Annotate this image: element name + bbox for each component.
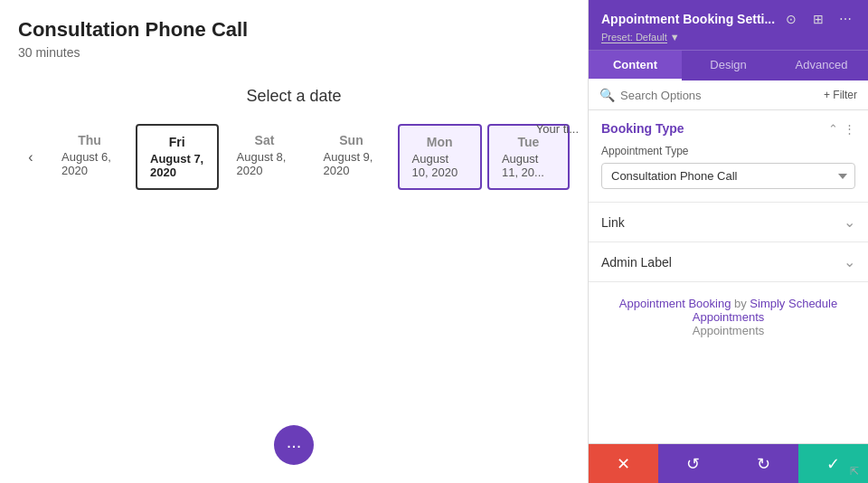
resize-handle[interactable]: ⇱: [850, 465, 863, 478]
section-more-icon[interactable]: ⋮: [844, 122, 855, 136]
right-panel: Appointment Booking Setti... ⊙ ⊞ ⋯ Prese…: [588, 0, 868, 483]
preset-label: Preset: Default: [601, 32, 667, 43]
delete-icon: ✕: [617, 454, 630, 474]
tab-design[interactable]: Design: [682, 51, 775, 80]
prev-arrow[interactable]: ‹: [18, 145, 43, 170]
save-icon: ✓: [826, 454, 840, 474]
link-section-header[interactable]: Link ⌄: [589, 203, 868, 242]
link-section: Link ⌄: [589, 203, 868, 242]
booking-type-section: Booking Type ⌃ ⋮ Appointment Type Consul…: [589, 110, 868, 203]
section-icons: ⌃ ⋮: [828, 122, 855, 136]
chat-icon: ···: [287, 435, 302, 456]
day-tue-name: Tue: [518, 135, 540, 149]
grid-icon[interactable]: ⊞: [808, 9, 828, 29]
footer-appointments: Appointments: [693, 324, 765, 337]
admin-label-section: Admin Label ⌄: [589, 242, 868, 282]
preset-line[interactable]: Preset: Default ▼: [601, 32, 855, 50]
search-icon: 🔍: [599, 88, 615, 102]
admin-label-header[interactable]: Admin Label ⌄: [589, 242, 868, 281]
day-mon-date: August 10, 2020: [412, 152, 467, 179]
panel-header-top: Appointment Booking Setti... ⊙ ⊞ ⋯: [601, 9, 855, 29]
appointment-duration: 30 minutes: [18, 45, 570, 60]
footer-attribution: Appointment Booking by Simply Schedule A…: [589, 282, 868, 352]
collapse-icon[interactable]: ⌃: [828, 122, 838, 136]
focus-icon[interactable]: ⊙: [781, 9, 801, 29]
day-columns: Thu August 6, 2020 Fri August 7, 2020 Sa…: [49, 124, 570, 190]
day-sun[interactable]: Sun August 9, 2020: [311, 124, 392, 190]
delete-button[interactable]: ✕: [589, 444, 658, 483]
appointment-booking-link[interactable]: Appointment Booking: [619, 297, 731, 310]
day-thu[interactable]: Thu August 6, 2020: [49, 124, 130, 190]
day-sat[interactable]: Sat August 8, 2020: [224, 124, 306, 190]
day-sun-date: August 9, 2020: [324, 150, 380, 177]
search-input[interactable]: [620, 89, 818, 102]
booking-type-title: Booking Type: [601, 121, 684, 136]
tab-advanced[interactable]: Advanced: [775, 51, 868, 80]
day-mon[interactable]: Mon August 10, 2020: [398, 124, 482, 190]
footer-by: by: [734, 297, 750, 310]
admin-chevron-icon: ⌄: [844, 253, 855, 270]
panel-tabs: Content Design Advanced: [589, 50, 868, 80]
panel-header: Appointment Booking Setti... ⊙ ⊞ ⋯ Prese…: [589, 0, 868, 50]
day-thu-name: Thu: [78, 133, 101, 147]
day-sat-date: August 8, 2020: [237, 150, 293, 177]
day-fri[interactable]: Fri August 7, 2020: [136, 124, 219, 190]
appointment-type-label: Appointment Type: [601, 145, 855, 157]
your-time-label: Your ti...: [536, 122, 579, 136]
admin-label-title: Admin Label: [601, 255, 672, 270]
day-mon-name: Mon: [427, 135, 453, 149]
link-chevron-icon: ⌄: [844, 213, 855, 231]
link-title: Link: [601, 215, 625, 230]
filter-button[interactable]: + Filter: [824, 89, 857, 101]
day-fri-date: August 7, 2020: [150, 152, 204, 179]
tab-content[interactable]: Content: [589, 51, 682, 80]
more-icon[interactable]: ⋯: [835, 9, 855, 29]
select-date-title: Select a date: [18, 87, 570, 106]
undo-button[interactable]: ↺: [658, 444, 728, 483]
search-bar: 🔍 + Filter: [589, 80, 868, 110]
day-sat-name: Sat: [255, 133, 275, 147]
day-fri-name: Fri: [169, 135, 185, 149]
day-sun-name: Sun: [339, 133, 363, 147]
undo-icon: ↺: [686, 454, 700, 474]
panel-body: 🔍 + Filter Booking Type ⌃ ⋮ Appointment …: [589, 80, 868, 443]
booking-type-content: Appointment Type Consultation Phone Call: [589, 145, 868, 202]
redo-button[interactable]: ↻: [729, 444, 798, 483]
panel-title: Appointment Booking Setti...: [601, 12, 781, 26]
day-thu-date: August 6, 2020: [61, 150, 118, 177]
filter-label: + Filter: [824, 89, 857, 101]
header-icons: ⊙ ⊞ ⋯: [781, 9, 855, 29]
appointment-title: Consultation Phone Call: [18, 18, 248, 41]
redo-icon: ↻: [757, 454, 770, 474]
action-bar: ✕ ↺ ↻ ✓: [589, 443, 868, 483]
calendar-nav: ‹ Thu August 6, 2020 Fri August 7, 2020 …: [18, 124, 570, 190]
chat-bubble[interactable]: ···: [274, 425, 314, 465]
appointment-type-select[interactable]: Consultation Phone Call: [601, 163, 855, 189]
booking-type-header[interactable]: Booking Type ⌃ ⋮: [589, 110, 868, 145]
left-panel: Consultation Phone Call 30 minutes Your …: [0, 0, 588, 483]
day-tue-date: August 11, 20...: [502, 152, 555, 179]
